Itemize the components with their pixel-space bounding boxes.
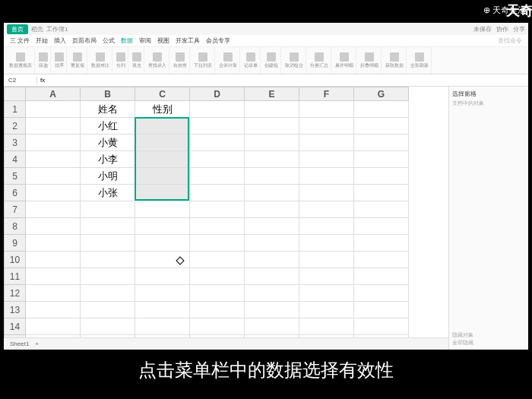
ribbon-16[interactable]: 折叠明细 — [358, 47, 382, 74]
row-hdr-13[interactable]: 13 — [5, 302, 26, 318]
col-hdr-G[interactable]: G — [354, 87, 409, 101]
cell-A9[interactable] — [26, 235, 81, 252]
menu-layout[interactable]: 页面布局 — [72, 36, 97, 45]
row-hdr-14[interactable]: 14 — [5, 318, 26, 335]
cell-G3[interactable] — [354, 135, 409, 151]
cell-G13[interactable] — [354, 302, 409, 318]
cell-F15[interactable] — [299, 335, 354, 338]
cell-E11[interactable] — [245, 268, 299, 285]
cell-F4[interactable] — [299, 151, 354, 168]
cell-B14[interactable] — [81, 318, 135, 335]
cell-F12[interactable] — [299, 285, 354, 302]
ribbon-8[interactable]: 有效性 — [171, 47, 190, 74]
cell-A4[interactable] — [26, 151, 81, 168]
sheet-tab-active[interactable]: Sheet1 — [10, 340, 29, 347]
menu-data[interactable]: 数据 — [121, 36, 133, 45]
cell-D15[interactable] — [190, 335, 245, 338]
add-sheet-button[interactable]: + — [35, 340, 39, 347]
row-hdr-2[interactable]: 2 — [5, 118, 26, 135]
cell-A1[interactable] — [26, 101, 81, 118]
ribbon-11[interactable]: 记录单 — [242, 47, 261, 74]
menu-view[interactable]: 视图 — [157, 36, 169, 45]
cell-A7[interactable] — [26, 201, 81, 218]
cell-D9[interactable] — [190, 235, 245, 252]
cell-A3[interactable] — [26, 135, 81, 151]
cell-D14[interactable] — [190, 318, 245, 335]
cell-D11[interactable] — [190, 268, 245, 285]
col-hdr-C[interactable]: C — [135, 87, 190, 101]
cell-B13[interactable] — [81, 302, 135, 318]
menu-file[interactable]: 三 文件 — [10, 36, 30, 45]
fx-icon[interactable]: fx — [40, 77, 45, 84]
row-hdr-5[interactable]: 5 — [5, 168, 26, 185]
menu-dev[interactable]: 开发工具 — [176, 36, 200, 45]
ribbon-2[interactable]: 排序 — [52, 47, 67, 74]
cell-E10[interactable] — [245, 252, 299, 268]
cell-B8[interactable] — [81, 218, 135, 235]
menu-formula[interactable]: 公式 — [103, 36, 115, 45]
cell-D13[interactable] — [190, 302, 245, 318]
cell-C5[interactable] — [135, 168, 190, 185]
cell-C3[interactable] — [135, 135, 190, 151]
row-hdr-11[interactable]: 11 — [5, 268, 26, 285]
cell-C9[interactable] — [135, 235, 190, 252]
cell-D6[interactable] — [190, 185, 245, 201]
cell-F5[interactable] — [299, 168, 354, 185]
cell-A8[interactable] — [26, 218, 81, 235]
doc-tab-1[interactable]: 工作簿1 — [46, 25, 68, 33]
titlebar-share[interactable]: 分享 — [513, 25, 525, 33]
cell-G1[interactable] — [354, 101, 409, 118]
cell-G14[interactable] — [354, 318, 409, 335]
cell-F7[interactable] — [299, 201, 354, 218]
cell-C12[interactable] — [135, 285, 190, 302]
cell-G15[interactable] — [354, 335, 409, 338]
ribbon-3[interactable]: 重复项 — [68, 47, 87, 74]
cell-E12[interactable] — [245, 285, 299, 302]
cell-G4[interactable] — [354, 151, 409, 168]
row-hdr-9[interactable]: 9 — [5, 235, 26, 252]
cell-B12[interactable] — [81, 285, 135, 302]
cell-C11[interactable] — [135, 268, 190, 285]
cell-B11[interactable] — [81, 268, 135, 285]
cell-G10[interactable] — [354, 252, 409, 268]
ribbon-18[interactable]: 全部刷新 — [408, 47, 432, 74]
cell-E4[interactable] — [245, 151, 299, 168]
menu-review[interactable]: 审阅 — [139, 36, 151, 45]
cell-D7[interactable] — [190, 201, 245, 218]
cell-E9[interactable] — [245, 235, 299, 252]
cell-E7[interactable] — [245, 201, 299, 218]
cell-G11[interactable] — [354, 268, 409, 285]
col-hdr-E[interactable]: E — [245, 87, 299, 101]
cell-D1[interactable] — [190, 101, 245, 118]
cell-G6[interactable] — [354, 185, 409, 201]
cell-C8[interactable] — [135, 218, 190, 235]
cell-B10[interactable] — [81, 252, 135, 268]
ribbon-12[interactable]: 创建组 — [262, 47, 281, 74]
row-hdr-12[interactable]: 12 — [5, 285, 26, 302]
cell-E3[interactable] — [245, 135, 299, 151]
cell-G7[interactable] — [354, 201, 409, 218]
cell-B9[interactable] — [81, 235, 135, 252]
cell-A13[interactable] — [26, 302, 81, 318]
cell-B5[interactable]: 小明 — [81, 168, 135, 185]
row-hdr-7[interactable]: 7 — [5, 201, 26, 218]
cell-C14[interactable] — [135, 318, 190, 335]
row-hdr-4[interactable]: 4 — [5, 151, 26, 168]
cell-D10[interactable] — [190, 252, 245, 268]
ribbon-13[interactable]: 取消组合 — [283, 47, 306, 74]
cell-G12[interactable] — [354, 285, 409, 302]
row-hdr-3[interactable]: 3 — [5, 135, 26, 151]
col-hdr-F[interactable]: F — [299, 87, 354, 101]
row-hdr-15[interactable]: 15 — [5, 335, 26, 338]
ribbon-14[interactable]: 分类汇总 — [308, 47, 331, 74]
cell-A15[interactable] — [26, 335, 81, 338]
home-tab[interactable]: 首页 — [7, 24, 28, 34]
cell-D8[interactable] — [190, 218, 245, 235]
ribbon-15[interactable]: 展开明细 — [333, 47, 356, 74]
cell-A2[interactable] — [26, 118, 81, 135]
cell-F13[interactable] — [299, 302, 354, 318]
ribbon-10[interactable]: 合并计算 — [217, 47, 240, 74]
ribbon-6[interactable]: 填充 — [130, 47, 144, 74]
name-box[interactable]: C2 — [7, 77, 37, 84]
cell-C2[interactable] — [135, 118, 190, 135]
